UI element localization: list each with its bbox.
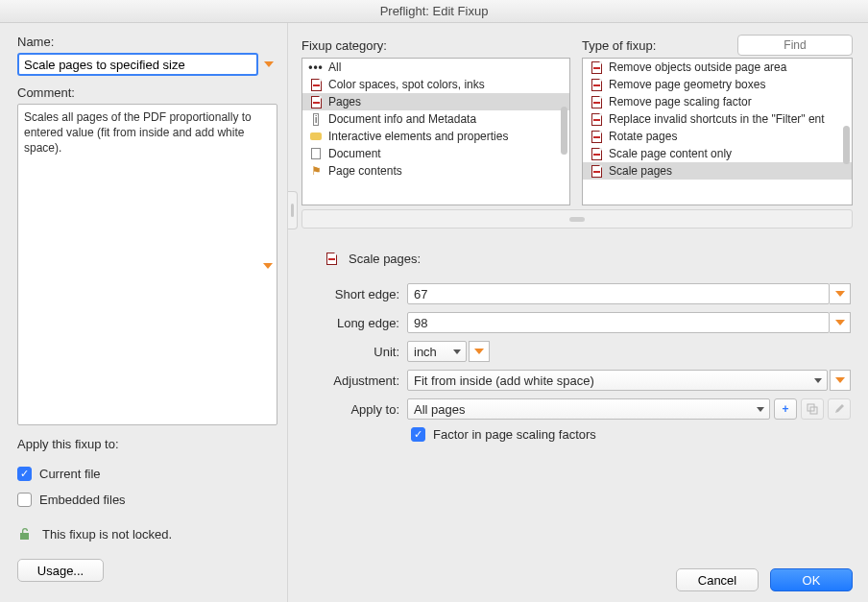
cancel-button[interactable]: Cancel: [676, 568, 759, 591]
checkbox-icon: [17, 467, 32, 481]
dialog-footer: Cancel OK: [288, 558, 868, 602]
unlock-icon: [17, 526, 33, 542]
short-edge-input[interactable]: 67: [407, 283, 830, 304]
category-icon: i: [308, 112, 324, 126]
pdf-icon: [589, 130, 604, 143]
factor-label: Factor in page scaling factors: [433, 427, 596, 442]
category-item[interactable]: Interactive elements and properties: [302, 128, 569, 145]
type-label: Remove page geometry boxes: [609, 78, 765, 91]
splitter-handle[interactable]: [301, 209, 853, 229]
category-label: Color spaces, spot colors, inks: [328, 78, 485, 91]
type-label: Remove objects outside page area: [609, 60, 786, 74]
current-file-checkbox[interactable]: Current file: [17, 467, 277, 481]
fixup-type-list[interactable]: Remove objects outside page areaRemove p…: [582, 58, 853, 205]
category-item[interactable]: ⚑Page contents: [302, 162, 569, 180]
type-label: Scale page content only: [609, 147, 732, 160]
form-heading: Scale pages:: [349, 252, 421, 266]
type-item[interactable]: Scale pages: [583, 162, 852, 180]
comment-textarea[interactable]: Scales all pages of the PDF proportional…: [17, 104, 277, 425]
type-label: Scale pages: [609, 164, 672, 178]
fixup-category-label: Fixup category:: [301, 38, 387, 53]
category-icon: •••: [308, 60, 324, 74]
short-edge-dropdown-icon[interactable]: [830, 283, 851, 304]
add-page-range-button[interactable]: +: [774, 398, 797, 420]
type-label: Replace invalid shortcuts in the "Filter…: [609, 112, 825, 126]
short-edge-label: Short edge:: [323, 287, 407, 301]
apply-to-label: Apply to:: [323, 402, 407, 417]
comment-dropdown-icon[interactable]: [263, 263, 273, 269]
category-label: Interactive elements and properties: [328, 130, 508, 143]
apply-to-select[interactable]: All pages: [407, 398, 770, 420]
category-label: Document: [328, 147, 381, 160]
category-icon: [308, 130, 324, 143]
type-of-fixup-label: Type of fixup:: [582, 38, 656, 53]
long-edge-label: Long edge:: [323, 316, 407, 330]
category-icon: [308, 95, 324, 108]
type-item[interactable]: Rotate pages: [583, 128, 852, 145]
category-icon: ⚑: [308, 164, 324, 178]
current-file-label: Current file: [39, 467, 101, 481]
window-title: Preflight: Edit Fixup: [0, 0, 868, 23]
ok-button[interactable]: OK: [770, 568, 853, 591]
category-label: Document info and Metadata: [328, 112, 476, 126]
comment-text: Scales all pages of the PDF proportional…: [24, 110, 252, 155]
factor-checkbox[interactable]: [411, 427, 425, 442]
unit-label: Unit:: [323, 345, 407, 359]
category-icon: [308, 147, 324, 160]
category-item[interactable]: Pages: [302, 93, 569, 110]
embedded-files-checkbox[interactable]: Embedded files: [17, 493, 277, 507]
name-label: Name:: [17, 35, 277, 49]
checkbox-icon: [17, 493, 32, 507]
category-icon: [308, 78, 324, 91]
type-item[interactable]: Remove objects outside page area: [583, 59, 852, 76]
pdf-icon: [589, 78, 604, 91]
type-item[interactable]: Remove page geometry boxes: [583, 76, 852, 93]
pdf-icon: [589, 164, 604, 178]
comment-label: Comment:: [17, 85, 277, 100]
type-label: Rotate pages: [609, 130, 677, 143]
category-item[interactable]: Document: [302, 145, 569, 162]
name-input[interactable]: [17, 53, 258, 76]
category-label: Page contents: [328, 164, 402, 178]
type-item[interactable]: Replace invalid shortcuts in the "Filter…: [583, 110, 852, 128]
type-label: Remove page scaling factor: [609, 95, 752, 108]
pdf-icon: [589, 112, 604, 126]
right-panel: Fixup category: •••AllColor spaces, spot…: [288, 23, 868, 602]
category-item[interactable]: •••All: [302, 59, 569, 76]
long-edge-dropdown-icon[interactable]: [830, 312, 851, 333]
usage-button[interactable]: Usage...: [17, 559, 104, 582]
adjustment-dropdown-icon[interactable]: [830, 370, 851, 391]
left-panel: Name: Comment: Scales all pages of the P…: [0, 23, 288, 602]
pdf-icon: [589, 95, 604, 108]
duplicate-button[interactable]: [801, 398, 824, 420]
apply-fixup-label: Apply this fixup to:: [17, 437, 277, 451]
pdf-icon: [589, 147, 604, 160]
unit-dropdown-icon[interactable]: [469, 341, 490, 362]
adjustment-select[interactable]: Fit from inside (add white space): [407, 370, 828, 391]
fixup-category-list[interactable]: •••AllColor spaces, spot colors, inksPag…: [301, 58, 570, 205]
type-item[interactable]: Scale page content only: [583, 145, 852, 162]
category-label: Pages: [328, 95, 361, 108]
unit-select[interactable]: inch: [407, 341, 467, 362]
type-item[interactable]: Remove page scaling factor: [583, 93, 852, 110]
pdf-icon: [326, 253, 337, 265]
scrollbar[interactable]: [561, 107, 567, 155]
find-input[interactable]: [737, 35, 853, 56]
lock-status-text: This fixup is not locked.: [42, 527, 172, 542]
adjustment-label: Adjustment:: [323, 373, 407, 388]
category-item[interactable]: iDocument info and Metadata: [302, 110, 569, 128]
long-edge-input[interactable]: 98: [407, 312, 830, 333]
name-dropdown-icon[interactable]: [260, 54, 277, 75]
category-item[interactable]: Color spaces, spot colors, inks: [302, 76, 569, 93]
category-label: All: [328, 60, 341, 74]
pdf-icon: [589, 60, 604, 74]
panel-collapse-handle[interactable]: [288, 191, 298, 229]
scrollbar[interactable]: [843, 126, 850, 164]
embedded-files-label: Embedded files: [39, 493, 126, 507]
edit-button[interactable]: [828, 398, 851, 420]
